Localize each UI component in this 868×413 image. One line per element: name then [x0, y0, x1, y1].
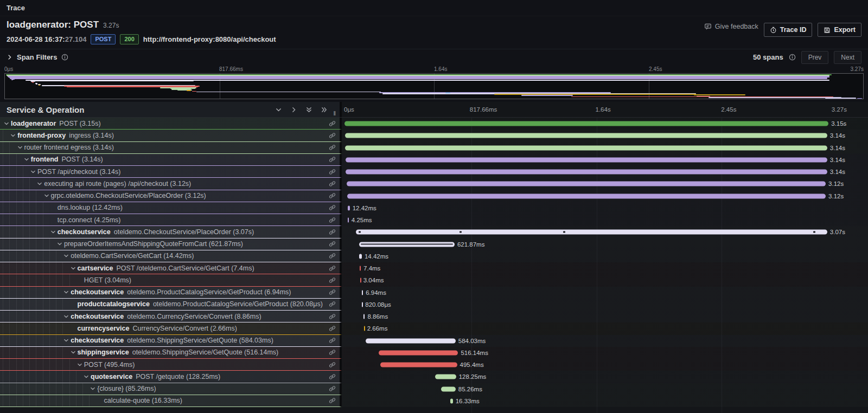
span-row[interactable]: quoteservicePOST /getquote (128.25ms)128… [0, 371, 868, 383]
expand-chevron-icon[interactable] [44, 193, 51, 198]
span-row[interactable]: {closure} (85.26ms)85.26ms [0, 383, 868, 395]
span-row[interactable]: cartservicePOST /oteldemo.CartService/Ge… [0, 262, 868, 274]
expand-chevron-icon[interactable] [63, 338, 71, 343]
span-link-icon[interactable] [329, 325, 336, 332]
span-duration-bar[interactable] [348, 218, 349, 223]
trace-id-button[interactable]: Trace ID [764, 23, 813, 37]
give-feedback-link[interactable]: Give feedback [704, 23, 758, 30]
span-link-icon[interactable] [329, 361, 336, 368]
expand-chevron-icon[interactable] [77, 362, 84, 367]
expand-chevron-icon[interactable] [4, 121, 11, 126]
collapse-all-icon[interactable] [305, 106, 312, 113]
span-duration-bar[interactable] [346, 157, 827, 162]
span-link-icon[interactable] [329, 132, 336, 139]
column-resize-grip[interactable]: ‖ [333, 110, 336, 117]
span-link-icon[interactable] [329, 397, 336, 404]
span-duration-bar[interactable] [379, 350, 458, 355]
expand-chevron-icon[interactable] [24, 157, 31, 162]
span-link-icon[interactable] [329, 241, 336, 248]
trace-minimap[interactable]: 0μs817.66ms1.64s2.45s3.27s [0, 65, 868, 102]
span-link-icon[interactable] [329, 349, 336, 356]
span-duration-bar[interactable] [359, 254, 362, 259]
span-duration-bar[interactable] [435, 375, 456, 379]
expand-chevron-icon[interactable] [30, 169, 37, 175]
expand-chevron-icon[interactable] [71, 266, 78, 271]
span-duration-bar[interactable] [360, 266, 361, 271]
span-row[interactable]: checkoutserviceoteldemo.ShippingService/… [0, 335, 868, 347]
info-icon[interactable] [789, 54, 796, 61]
span-row[interactable]: shippingserviceoteldemo.ShippingService/… [0, 347, 868, 359]
expand-all-icon[interactable] [321, 106, 328, 113]
expand-chevron-icon[interactable] [50, 229, 58, 235]
span-link-icon[interactable] [329, 204, 336, 211]
span-duration-bar[interactable] [450, 398, 453, 403]
span-link-icon[interactable] [329, 385, 336, 392]
span-duration-bar[interactable] [366, 338, 456, 343]
span-link-icon[interactable] [329, 168, 336, 175]
span-link-icon[interactable] [329, 276, 336, 283]
span-link-icon[interactable] [329, 289, 336, 296]
span-row[interactable]: executing api route (pages) /api/checkou… [0, 178, 868, 190]
span-duration-bar[interactable] [359, 242, 455, 247]
span-duration-bar[interactable] [362, 290, 363, 295]
expand-chevron-icon[interactable] [84, 374, 91, 379]
export-button[interactable]: Export [818, 23, 861, 37]
span-duration-bar[interactable] [364, 326, 365, 331]
expand-chevron-icon[interactable] [63, 289, 71, 295]
info-icon[interactable] [61, 54, 68, 61]
span-row[interactable]: checkoutserviceoteldemo.ProductCatalogSe… [0, 287, 868, 299]
span-link-icon[interactable] [329, 313, 336, 320]
span-row[interactable]: POST (495.4ms)495.4ms [0, 359, 868, 371]
expand-chevron-icon[interactable] [63, 314, 71, 319]
minimap-canvas[interactable] [4, 73, 864, 99]
span-link-icon[interactable] [329, 192, 336, 199]
span-row[interactable]: frontendPOST (3.14s)3.14s [0, 154, 868, 166]
expand-one-icon[interactable] [290, 106, 297, 113]
span-duration-bar[interactable] [345, 133, 827, 138]
span-row[interactable]: productcatalogserviceoteldemo.ProductCat… [0, 299, 868, 311]
span-row[interactable]: checkoutserviceoteldemo.CurrencyService/… [0, 311, 868, 322]
span-duration-bar[interactable] [362, 302, 363, 307]
span-duration-bar[interactable] [380, 363, 457, 367]
span-duration-bar[interactable] [348, 205, 350, 210]
expand-chevron-icon[interactable] [37, 181, 44, 186]
span-duration-bar[interactable] [360, 278, 361, 283]
span-row[interactable]: loadgeneratorPOST (3.15s)3.15s [0, 118, 868, 130]
span-duration-bar[interactable] [347, 193, 826, 198]
span-duration-bar[interactable] [346, 170, 827, 175]
span-row[interactable]: dns.lookup (12.42ms)12.42ms [0, 202, 868, 214]
expand-chevron-icon[interactable] [90, 386, 97, 391]
span-row[interactable]: POST /api/checkout (3.14s)3.14s [0, 166, 868, 178]
span-link-icon[interactable] [329, 337, 336, 344]
span-duration-bar[interactable] [345, 145, 827, 150]
span-duration-bar[interactable] [344, 121, 828, 126]
span-row[interactable]: prepareOrderItemsAndShippingQuoteFromCar… [0, 238, 868, 250]
span-link-icon[interactable] [329, 228, 336, 235]
span-duration-bar[interactable] [441, 386, 456, 391]
expand-chevron-icon[interactable] [17, 145, 24, 150]
span-link-icon[interactable] [329, 180, 336, 187]
span-link-icon[interactable] [329, 120, 336, 127]
span-link-icon[interactable] [329, 373, 336, 380]
prev-button[interactable]: Prev [801, 51, 829, 64]
expand-chevron-icon[interactable] [63, 253, 71, 259]
next-button[interactable]: Next [834, 51, 861, 64]
span-duration-bar[interactable] [363, 314, 365, 319]
span-link-icon[interactable] [329, 144, 336, 151]
expand-chevron-icon[interactable] [57, 241, 64, 247]
span-duration-bar[interactable] [356, 230, 827, 235]
expand-chevron-icon[interactable] [71, 350, 78, 355]
span-row[interactable]: currencyserviceCurrencyService/Convert (… [0, 322, 868, 334]
span-row[interactable]: router frontend egress (3.14s)3.14s [0, 142, 868, 154]
span-filters-toggle[interactable]: Span Filters [7, 53, 68, 61]
span-row[interactable]: HGET (3.04ms)3.04ms [0, 274, 868, 286]
span-row[interactable]: tcp.connect (4.25ms)4.25ms [0, 214, 868, 226]
span-link-icon[interactable] [329, 156, 336, 163]
span-link-icon[interactable] [329, 216, 336, 223]
span-link-icon[interactable] [329, 253, 336, 260]
span-row[interactable]: checkoutserviceoteldemo.CheckoutService/… [0, 226, 868, 238]
span-row[interactable]: oteldemo.CartService/GetCart (14.42ms)14… [0, 250, 868, 262]
collapse-one-icon[interactable] [275, 106, 282, 113]
expand-chevron-icon[interactable] [10, 133, 17, 138]
span-row[interactable]: calculate-quote (16.33ms)16.33ms [0, 395, 868, 407]
